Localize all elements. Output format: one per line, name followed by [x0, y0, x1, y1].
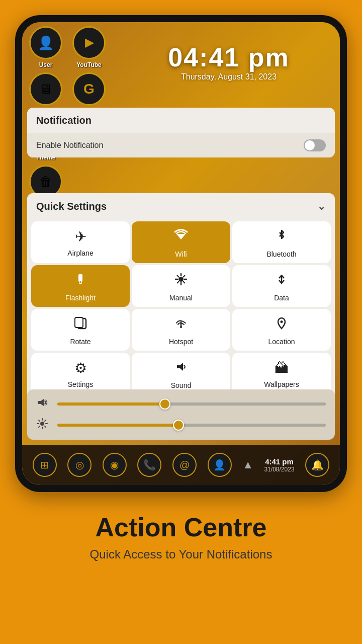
svg-line-12 — [177, 282, 179, 283]
quick-settings-grid: ✈ Airplane Wifi — [27, 219, 335, 398]
volume-slider-thumb[interactable] — [159, 398, 170, 410]
quick-settings-title: Quick Settings — [36, 201, 107, 212]
youtube-icon: ▶ — [72, 26, 106, 59]
clock-date: Thursday, August 31, 2023 — [123, 72, 335, 82]
enable-notification-row[interactable]: Enable Notification — [27, 133, 335, 157]
sound-icon — [174, 360, 188, 377]
app-tagline: Quick Access to Your Notifications — [90, 547, 273, 561]
volume-slider-row — [36, 396, 326, 412]
qs-tile-wallpapers[interactable]: 🏔 Wallpapers — [232, 353, 331, 394]
volume-slider-fill — [57, 403, 165, 406]
sliders-area — [27, 389, 335, 440]
svg-marker-0 — [176, 234, 186, 239]
taskbar-user-icon[interactable]: 👤 — [208, 453, 232, 477]
enable-notification-toggle[interactable] — [304, 139, 326, 151]
svg-line-24 — [39, 420, 40, 421]
enable-notification-label: Enable Notification — [36, 141, 103, 150]
brightness-slider-icon — [36, 418, 51, 433]
location-icon — [275, 316, 289, 334]
clock-area: 04:41 pm Thursday, August 31, 2023 — [123, 42, 335, 82]
wifi-icon — [174, 228, 188, 246]
qs-tile-hotspot-label: Hotspot — [169, 338, 193, 346]
app-icon-user[interactable]: 👤 User — [26, 26, 65, 68]
app-icon-youtube-label: YouTube — [76, 61, 102, 68]
phone-screen: 👤 User ▶ YouTube 🖥 This PC G Google 🎨 Th… — [22, 22, 340, 485]
qs-tile-wallpapers-label: Wallpapers — [264, 380, 299, 388]
below-phone-content: Action Centre Quick Access to Your Notif… — [80, 492, 283, 577]
hotspot-icon — [174, 316, 188, 334]
qs-tile-hotspot[interactable]: Hotspot — [132, 309, 230, 351]
taskbar-email-icon[interactable]: @ — [172, 453, 197, 477]
user-icon: 👤 — [29, 26, 62, 59]
brightness-slider-fill — [57, 424, 178, 427]
svg-point-15 — [180, 326, 182, 328]
brightness-slider-row — [36, 418, 326, 433]
taskbar-icon-2[interactable]: ◎ — [67, 453, 92, 477]
svg-line-10 — [184, 282, 185, 283]
svg-marker-18 — [38, 399, 44, 406]
chevron-down-icon[interactable]: ⌄ — [317, 200, 326, 212]
qs-tile-wifi[interactable]: Wifi — [132, 221, 230, 263]
notification-panel-title: Notification — [27, 108, 335, 133]
svg-line-9 — [177, 276, 179, 277]
sun-icon — [174, 272, 188, 290]
qs-tile-flashlight[interactable]: Flashlight — [31, 265, 130, 307]
qs-tile-wifi-label: Wifi — [175, 250, 187, 258]
flashlight-icon — [73, 272, 87, 290]
taskbar-date: 31/08/2023 — [264, 466, 295, 473]
qs-tile-settings-label: Settings — [68, 380, 94, 388]
brightness-slider-track[interactable] — [57, 424, 326, 427]
thispc-icon: 🖥 — [29, 72, 62, 106]
qs-tile-location-label: Location — [268, 338, 295, 346]
app-icon-user-label: User — [39, 61, 53, 68]
qs-tile-airplane-label: Airplane — [67, 249, 93, 257]
qs-tile-data[interactable]: Data — [232, 265, 331, 307]
svg-line-11 — [184, 276, 185, 277]
qs-tile-bluetooth-label: Bluetooth — [266, 250, 296, 258]
app-icon-youtube[interactable]: ▶ YouTube — [69, 26, 109, 68]
svg-point-19 — [40, 422, 44, 426]
qs-tile-sound[interactable]: Sound — [132, 353, 230, 394]
taskbar-apps-icon[interactable]: ⊞ — [33, 453, 57, 477]
quick-settings-header: Quick Settings ⌄ — [27, 193, 335, 219]
taskbar-time: 4:41 pm — [265, 457, 294, 466]
app-title: Action Centre — [90, 512, 273, 542]
taskbar-time-area: 4:41 pm 31/08/2023 — [264, 457, 295, 473]
notification-panel: Notification Enable Notification — [27, 108, 335, 157]
rotate-icon — [73, 316, 87, 334]
taskbar-bell-icon[interactable]: 🔔 — [305, 453, 329, 477]
svg-marker-17 — [177, 363, 183, 371]
qs-tile-manual-label: Manual — [169, 294, 193, 302]
qs-tile-flashlight-label: Flashlight — [65, 294, 96, 302]
bluetooth-icon — [275, 228, 289, 246]
qs-tile-location[interactable]: Location — [232, 309, 331, 351]
qs-tile-sound-label: Sound — [171, 381, 191, 389]
taskbar-icon-3[interactable]: ◉ — [103, 453, 127, 477]
phone-shell: 👤 User ▶ YouTube 🖥 This PC G Google 🎨 Th… — [15, 15, 347, 492]
data-icon — [275, 272, 289, 290]
taskbar-phone-icon[interactable]: 📞 — [137, 453, 161, 477]
brightness-slider-thumb[interactable] — [173, 420, 184, 431]
qs-tile-rotate-label: Rotate — [70, 338, 90, 346]
settings-icon: ⚙ — [74, 360, 87, 376]
qs-tile-airplane[interactable]: ✈ Airplane — [31, 221, 130, 263]
svg-rect-14 — [75, 317, 83, 328]
taskbar-chevron-icon[interactable]: ▲ — [242, 458, 253, 471]
bottom-taskbar: ⊞ ◎ ◉ 📞 @ 👤 ▲ 4:41 pm 31/08/2023 🔔 — [22, 445, 340, 485]
svg-point-3 — [79, 281, 81, 283]
qs-tile-bluetooth[interactable]: Bluetooth — [232, 221, 331, 263]
svg-line-25 — [45, 426, 46, 427]
svg-line-27 — [39, 426, 40, 427]
wallpapers-icon: 🏔 — [275, 360, 289, 376]
clock-time: 04:41 pm — [123, 42, 335, 72]
qs-tile-settings[interactable]: ⚙ Settings — [31, 353, 130, 394]
svg-point-4 — [178, 277, 184, 282]
volume-slider-icon — [36, 396, 51, 412]
qs-tile-rotate[interactable]: Rotate — [31, 309, 130, 351]
volume-slider-track[interactable] — [57, 403, 326, 406]
quick-settings-panel: Quick Settings ⌄ ✈ Airplane — [27, 193, 335, 398]
svg-rect-1 — [78, 274, 82, 280]
svg-point-16 — [281, 320, 283, 323]
qs-tile-data-label: Data — [274, 294, 289, 302]
qs-tile-manual[interactable]: Manual — [132, 265, 230, 307]
